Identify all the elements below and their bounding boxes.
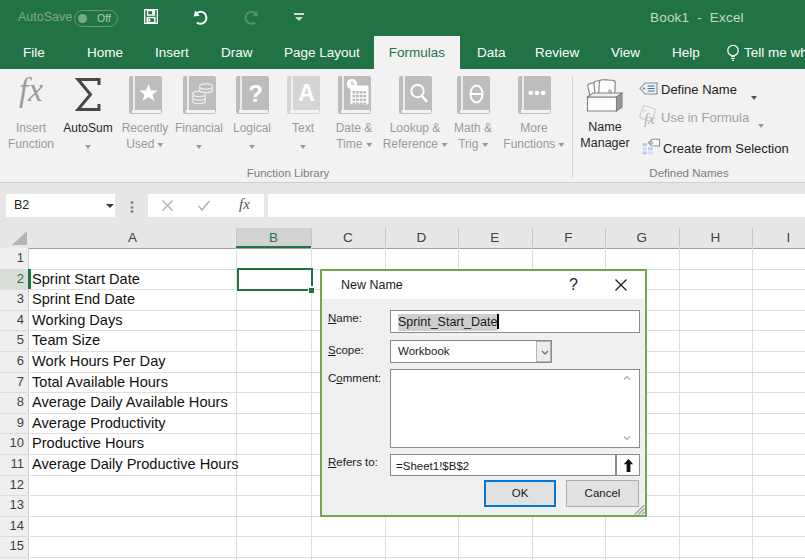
svg-text:fx: fx [644, 111, 655, 127]
